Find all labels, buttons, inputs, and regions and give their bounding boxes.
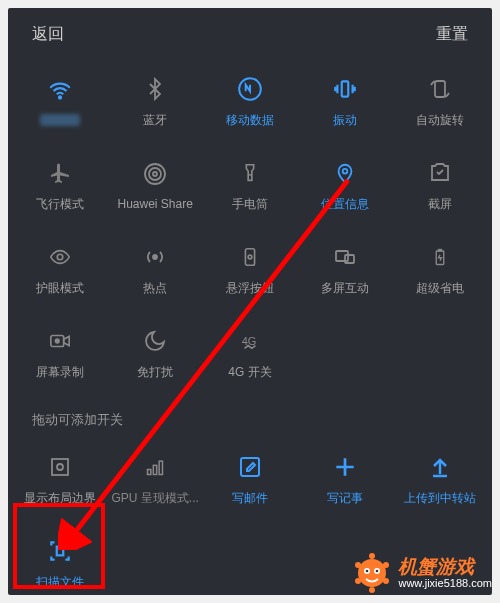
layout-icon [47, 454, 73, 480]
tile-ultra-save[interactable]: 超级省电 [393, 229, 486, 311]
tile-eye-comfort[interactable]: 护眼模式 [14, 229, 107, 311]
tile-label: GPU 呈现模式... [112, 490, 199, 507]
tile-location[interactable]: 位置信息 [298, 145, 391, 227]
svg-rect-13 [336, 251, 348, 261]
tile-label: 超级省电 [416, 280, 464, 297]
tile-label: 手电筒 [232, 196, 268, 213]
svg-point-10 [153, 255, 157, 259]
tile-label: 振动 [333, 112, 357, 129]
tile-label: 悬浮按钮 [226, 280, 274, 297]
svg-rect-22 [148, 469, 151, 474]
tile-upload-transfer[interactable]: 上传到中转站 [393, 439, 486, 521]
share-icon [142, 161, 168, 187]
svg-rect-26 [57, 546, 64, 555]
tile-label: 热点 [143, 280, 167, 297]
tile-bluetooth[interactable]: 蓝牙 [109, 61, 202, 143]
svg-point-31 [383, 578, 389, 584]
tile-label: 写邮件 [232, 490, 268, 507]
watermark-url: www.jixie5188.com [398, 577, 492, 589]
svg-rect-3 [435, 81, 445, 97]
tile-layout-bounds[interactable]: 显示布局边界 [14, 439, 107, 521]
svg-point-8 [342, 168, 347, 173]
tile-label [40, 114, 80, 126]
tile-mobile-data[interactable]: 移动数据 [204, 61, 297, 143]
svg-text:4G: 4G [242, 334, 257, 346]
svg-point-21 [57, 464, 63, 470]
svg-rect-20 [52, 459, 68, 475]
tile-huawei-share[interactable]: Huawei Share [109, 145, 202, 227]
eye-icon [47, 244, 73, 270]
tiles-grid: 蓝牙 移动数据 振动 自动旋转 飞行模式 Huawei Share 手电筒 [14, 61, 486, 395]
tile-label: 屏幕录制 [36, 364, 84, 381]
rotate-icon [427, 76, 453, 102]
screenshot-icon [427, 160, 453, 186]
mobile-data-icon [237, 76, 263, 102]
watermark: 机蟹游戏 www.jixie5188.com [352, 553, 492, 593]
tile-airplane[interactable]: 飞行模式 [14, 145, 107, 227]
vibrate-icon [332, 76, 358, 102]
gear-crab-icon [352, 553, 392, 593]
svg-point-5 [149, 168, 161, 180]
floating-icon [237, 244, 263, 270]
location-icon [332, 160, 358, 186]
svg-rect-11 [245, 248, 254, 265]
svg-point-4 [153, 172, 157, 176]
tile-label: 扫描文件 [36, 574, 84, 591]
reset-button[interactable]: 重置 [436, 24, 468, 45]
svg-point-18 [56, 339, 60, 343]
tile-floating[interactable]: 悬浮按钮 [204, 229, 297, 311]
svg-point-0 [59, 96, 61, 98]
watermark-brand: 机蟹游戏 [398, 557, 492, 578]
tile-label: 多屏互动 [321, 280, 369, 297]
tile-hotspot[interactable]: 热点 [109, 229, 202, 311]
tile-label: 上传到中转站 [404, 490, 476, 507]
wifi-icon [47, 78, 73, 104]
upload-icon [427, 454, 453, 480]
tile-screen-record[interactable]: 屏幕录制 [14, 313, 107, 395]
tile-write-note[interactable]: 写记事 [298, 439, 391, 521]
tile-label: 显示布局边界 [24, 490, 96, 507]
svg-point-38 [376, 570, 379, 573]
battery-icon [427, 244, 453, 270]
svg-rect-23 [154, 465, 157, 474]
tile-dnd[interactable]: 免打扰 [109, 313, 202, 395]
bluetooth-icon [142, 76, 168, 102]
svg-point-12 [248, 255, 252, 259]
flashlight-icon [237, 160, 263, 186]
svg-point-28 [358, 559, 386, 587]
svg-point-34 [355, 562, 361, 568]
tile-multiscreen[interactable]: 多屏互动 [298, 229, 391, 311]
tile-label: 免打扰 [137, 364, 173, 381]
svg-point-9 [58, 254, 64, 260]
tile-4g-switch[interactable]: 4G 4G 开关 [204, 313, 297, 395]
tile-label: 自动旋转 [416, 112, 464, 129]
tile-screenshot[interactable]: 截屏 [393, 145, 486, 227]
tile-auto-rotate[interactable]: 自动旋转 [393, 61, 486, 143]
dnd-icon [142, 328, 168, 354]
quick-settings-panel: 返回 重置 蓝牙 移动数据 振动 自动旋转 飞行模式 [8, 8, 492, 595]
svg-point-33 [355, 578, 361, 584]
4g-icon: 4G [237, 328, 263, 354]
tile-vibrate[interactable]: 振动 [298, 61, 391, 143]
scan-icon [47, 538, 73, 564]
svg-rect-2 [342, 81, 349, 96]
svg-point-6 [145, 164, 165, 184]
tile-wifi[interactable] [14, 61, 107, 143]
svg-point-32 [369, 587, 375, 593]
tile-scan-file[interactable]: 扫描文件 [14, 523, 107, 595]
tile-flashlight[interactable]: 手电筒 [204, 145, 297, 227]
tile-label: 截屏 [428, 196, 452, 213]
tile-label: 写记事 [327, 490, 363, 507]
tile-gpu-render[interactable]: GPU 呈现模式... [109, 439, 202, 521]
back-button[interactable]: 返回 [32, 24, 64, 45]
tile-label: 位置信息 [321, 196, 369, 213]
svg-point-30 [383, 562, 389, 568]
tile-label: 护眼模式 [36, 280, 84, 297]
tile-label: 蓝牙 [143, 112, 167, 129]
airplane-icon [47, 160, 73, 186]
hotspot-icon [142, 244, 168, 270]
svg-rect-24 [159, 461, 162, 474]
tile-label: 移动数据 [226, 112, 274, 129]
tile-compose-mail[interactable]: 写邮件 [204, 439, 297, 521]
tile-label: Huawei Share [118, 197, 193, 211]
